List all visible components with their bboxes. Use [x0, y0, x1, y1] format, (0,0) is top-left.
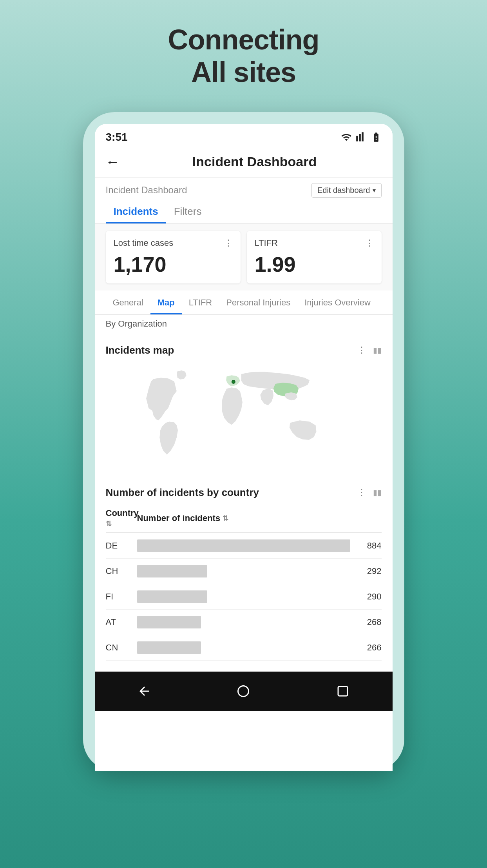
edit-dashboard-label: Edit dashboard — [317, 186, 370, 195]
cell-bar-container — [137, 641, 350, 655]
table-row: CN 266 — [106, 635, 382, 661]
breadcrumb-bar: Incident Dashboard Edit dashboard ▾ — [95, 178, 393, 198]
cell-bar-container — [137, 564, 350, 578]
table-row: DE 884 — [106, 533, 382, 559]
nav-recents-button[interactable] — [336, 684, 350, 698]
battery-icon — [371, 132, 382, 143]
cell-bar-container — [137, 615, 350, 629]
table-row: AT 268 — [106, 610, 382, 635]
metric-ltc-label: Lost time cases — [114, 238, 174, 248]
metric-ltifr-menu[interactable]: ⋮ — [365, 238, 374, 248]
table-row: CH 292 — [106, 559, 382, 584]
map-menu-icon[interactable]: ⋮ — [357, 345, 366, 355]
metric-ltc-menu[interactable]: ⋮ — [224, 238, 233, 248]
nav-home-icon — [236, 684, 250, 698]
col-country-header[interactable]: Country ⇅ — [106, 508, 137, 528]
phone-screen: 3:51 ← Incident Dashboard Incident Dashb… — [95, 124, 393, 771]
metric-card-ltifr: LTIFR ⋮ 1.99 — [247, 231, 382, 283]
tabs-bar: Incidents Filters — [95, 199, 393, 224]
nav-home-button[interactable] — [236, 684, 250, 698]
svg-point-2 — [238, 686, 249, 696]
metric-ltc-value: 1,170 — [114, 252, 167, 276]
nav-back-button[interactable] — [137, 684, 151, 698]
by-organization-label[interactable]: By Organization — [95, 315, 393, 333]
cell-country: CH — [106, 566, 137, 576]
wifi-icon — [341, 132, 352, 143]
metric-card-ltc: Lost time cases ⋮ 1,170 — [106, 231, 241, 283]
table-rows: DE 884 CH 292 FI 290 AT 268 CN — [106, 533, 382, 661]
nav-recents-icon — [336, 684, 350, 698]
cell-count: 884 — [350, 541, 382, 551]
app-bar-title: Incident Dashboard — [128, 154, 382, 169]
sub-tab-personal-injuries[interactable]: Personal Injuries — [219, 292, 297, 314]
svg-rect-3 — [338, 686, 348, 696]
table-menu-icon[interactable]: ⋮ — [357, 487, 366, 498]
table-bars-icon: ▮▮ — [373, 488, 382, 497]
signal-icon — [356, 132, 367, 143]
cell-bar-container — [137, 539, 350, 553]
chevron-down-icon: ▾ — [373, 187, 376, 194]
cell-bar — [137, 641, 201, 654]
map-bars-icon: ▮▮ — [373, 345, 382, 355]
incidents-sort-icon[interactable]: ⇅ — [223, 514, 228, 523]
edit-dashboard-button[interactable]: Edit dashboard ▾ — [311, 183, 382, 198]
android-nav-bar — [95, 672, 393, 711]
map-section-title: Incidents map — [106, 344, 174, 356]
sub-tab-ltifr[interactable]: LTIFR — [182, 292, 219, 314]
cell-country: FI — [106, 592, 137, 602]
table-header: Country ⇅ Number of incidents ⇅ — [106, 504, 382, 533]
sub-tab-injuries-overview[interactable]: Injuries Overview — [297, 292, 378, 314]
breadcrumb: Incident Dashboard — [106, 185, 187, 196]
table-section-title: Number of incidents by country — [106, 487, 259, 499]
sub-tab-map[interactable]: Map — [150, 292, 182, 314]
map-svg — [106, 362, 382, 472]
sub-tabs-bar: General Map LTIFR Personal Injuries Inju… — [95, 291, 393, 315]
svg-point-1 — [232, 381, 234, 383]
sub-tab-general[interactable]: General — [106, 292, 150, 314]
cell-country: DE — [106, 541, 137, 551]
col-incidents-header[interactable]: Number of incidents ⇅ — [137, 513, 350, 523]
cell-country: AT — [106, 617, 137, 627]
cell-bar — [137, 590, 208, 603]
cell-bar-container — [137, 590, 350, 604]
status-bar: 3:51 — [95, 124, 393, 147]
tab-filters[interactable]: Filters — [166, 199, 210, 223]
status-icons — [341, 132, 382, 143]
phone-frame: 3:51 ← Incident Dashboard Incident Dashb… — [83, 112, 404, 771]
cell-count: 290 — [350, 592, 382, 602]
nav-back-icon — [137, 684, 151, 698]
cell-count: 268 — [350, 617, 382, 627]
cell-count: 266 — [350, 643, 382, 653]
metric-ltifr-value: 1.99 — [255, 252, 296, 276]
metrics-row: Lost time cases ⋮ 1,170 LTIFR ⋮ 1.99 — [95, 224, 393, 291]
table-section: Number of incidents by country ⋮ ▮▮ Coun… — [95, 479, 393, 668]
status-time: 3:51 — [106, 131, 128, 143]
metric-ltifr-label: LTIFR — [255, 238, 278, 248]
cell-bar — [137, 565, 208, 577]
world-map — [106, 362, 382, 472]
cell-country: CN — [106, 643, 137, 653]
cell-bar — [137, 616, 201, 628]
tab-incidents[interactable]: Incidents — [106, 199, 166, 223]
back-button[interactable]: ← — [106, 154, 120, 170]
page-title: Connecting All sites — [168, 24, 319, 89]
cell-count: 292 — [350, 566, 382, 576]
country-sort-icon[interactable]: ⇅ — [106, 520, 112, 528]
app-bar: ← Incident Dashboard — [95, 147, 393, 178]
map-section: Incidents map ⋮ ▮▮ — [95, 337, 393, 479]
cell-bar — [137, 539, 350, 552]
table-row: FI 290 — [106, 584, 382, 610]
